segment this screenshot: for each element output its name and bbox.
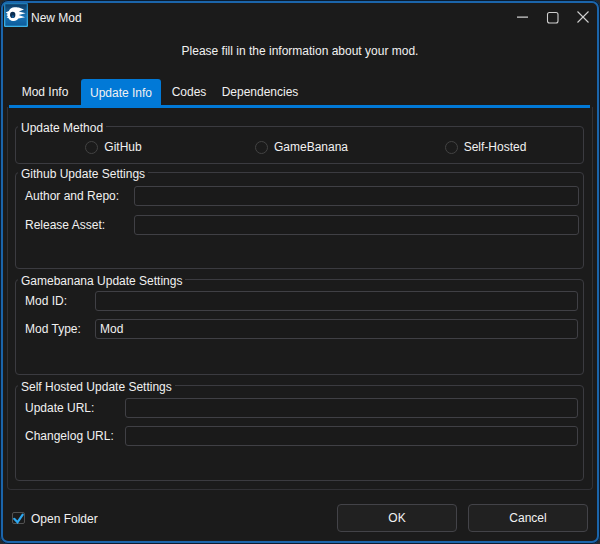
changelog-url-input[interactable] [125,426,578,446]
radio-label: GameBanana [274,140,348,154]
open-folder-label: Open Folder [31,512,98,526]
radio-gamebanana[interactable]: GameBanana [207,129,396,165]
radio-self-hosted[interactable]: Self-Hosted [391,129,580,165]
instruction-text: Please fill in the information about you… [0,44,600,58]
mod-id-input[interactable] [95,291,578,311]
radio-circle-icon [85,141,98,154]
checkmark-icon [11,511,27,527]
radio-github[interactable]: GitHub [19,129,208,165]
radio-label: Self-Hosted [464,140,527,154]
mod-type-input[interactable] [95,319,578,339]
open-folder-checkbox[interactable] [12,512,25,524]
group-github-settings: Github Update Settings Author and Repo: … [15,172,584,269]
maximize-button[interactable] [539,4,565,30]
tab-page-update-info: Update Method GitHub GameBanana Self-Hos… [7,107,593,490]
radio-circle-icon [255,141,268,154]
group-label: Self Hosted Update Settings [18,380,175,395]
minimize-button[interactable] [508,4,534,30]
changelog-url-label: Changelog URL: [25,429,114,443]
author-repo-input[interactable] [134,186,579,206]
tabstrip: Mod Info Update Info Codes Dependencies [9,79,303,105]
update-url-input[interactable] [125,398,578,418]
minimize-icon [508,4,534,30]
update-url-label: Update URL: [25,401,94,415]
tab-update-info[interactable]: Update Info [81,79,161,106]
maximize-icon [539,4,565,30]
mod-id-label: Mod ID: [25,294,67,308]
group-label: Gamebanana Update Settings [18,274,185,289]
cancel-button[interactable]: Cancel [468,504,588,532]
new-mod-dialog: New Mod Please fill in the information a… [0,0,600,544]
tab-mod-info[interactable]: Mod Info [9,79,81,105]
radio-circle-icon [445,141,458,154]
tab-dependencies[interactable]: Dependencies [217,79,303,105]
app-icon [4,3,28,27]
release-asset-label: Release Asset: [25,218,105,232]
ok-button[interactable]: OK [337,504,457,532]
group-update-method: Update Method GitHub GameBanana Self-Hos… [15,126,584,164]
update-method-options: GitHub GameBanana Self-Hosted [16,129,583,165]
release-asset-input[interactable] [134,215,579,235]
group-label: Github Update Settings [18,167,148,182]
window-title: New Mod [31,11,82,25]
close-button[interactable] [569,4,595,30]
radio-label: GitHub [104,140,141,154]
author-repo-label: Author and Repo: [25,189,119,203]
mod-type-label: Mod Type: [25,322,81,336]
close-icon [569,4,595,30]
tab-codes[interactable]: Codes [161,79,217,105]
group-gamebanana-settings: Gamebanana Update Settings Mod ID: Mod T… [15,279,584,375]
group-selfhosted-settings: Self Hosted Update Settings Update URL: … [15,385,584,481]
